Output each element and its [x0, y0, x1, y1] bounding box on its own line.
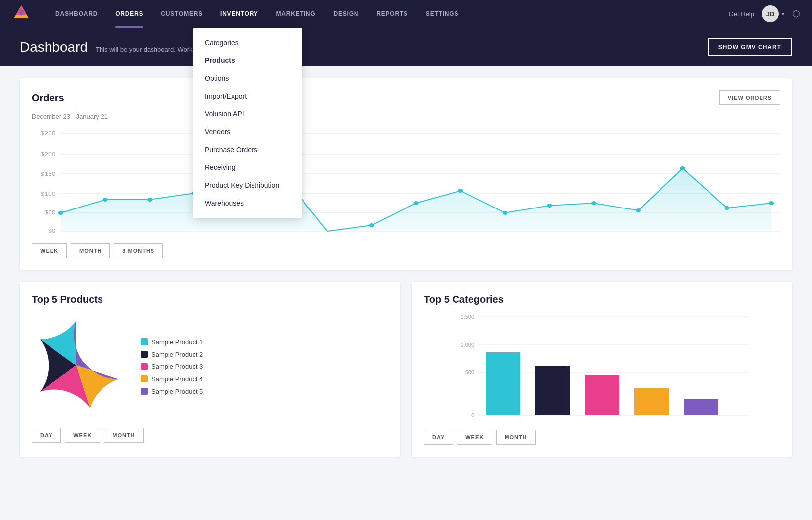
svg-point-30 — [680, 166, 685, 170]
products-week-button[interactable]: WEEK — [65, 428, 100, 443]
categories-month-button[interactable]: MONTH — [496, 430, 535, 445]
svg-point-31 — [724, 206, 729, 210]
svg-text:$100: $100 — [40, 191, 55, 197]
products-month-button[interactable]: MONTH — [104, 428, 143, 443]
orders-card-header: Orders VIEW ORDERS — [32, 90, 780, 105]
dropdown-item-vendors[interactable]: Vendors — [193, 123, 302, 141]
legend-color-1 — [141, 338, 148, 345]
categories-week-button[interactable]: WEEK — [457, 430, 492, 445]
svg-point-26 — [503, 211, 508, 215]
legend-item-4: Sample Product 4 — [141, 375, 203, 383]
legend-item-3: Sample Product 3 — [141, 363, 203, 370]
pie-section: Sample Product 1 Sample Product 2 Sample… — [32, 313, 388, 420]
svg-rect-44 — [634, 388, 669, 415]
dropdown-item-products[interactable]: Products — [193, 52, 302, 69]
orders-card-title: Orders — [32, 92, 64, 104]
legend-label-2: Sample Product 2 — [152, 351, 203, 358]
orders-month-button[interactable]: MONTH — [71, 243, 110, 258]
orders-line-chart: $250 $200 $150 $100 $50 $0 — [32, 126, 780, 235]
orders-time-buttons: WEEK MONTH 3 MONTHS — [32, 243, 780, 258]
legend-label-1: Sample Product 1 — [152, 338, 203, 346]
page-title: Dashboard — [20, 39, 88, 55]
svg-rect-43 — [585, 375, 619, 415]
show-gmv-chart-button[interactable]: SHOW GMV CHART — [708, 38, 792, 56]
orders-date-range: December 23 - January 21 — [32, 113, 780, 120]
top-categories-header: Top 5 Categories — [424, 294, 780, 305]
svg-text:1,000: 1,000 — [460, 342, 474, 348]
nav-item-customers[interactable]: CUSTOMERS — [152, 0, 211, 28]
avatar-button[interactable]: JD ▾ — [762, 5, 784, 22]
main-content: Dashboard This will be your dashboard. W… — [0, 28, 812, 520]
bar-chart-svg: 1,500 1,000 500 0 — [424, 313, 780, 422]
svg-text:$250: $250 — [40, 130, 55, 136]
svg-point-17 — [58, 211, 63, 215]
categories-time-buttons: DAY WEEK MONTH — [424, 430, 780, 445]
dashboard-body: Orders VIEW ORDERS December 23 - January… — [0, 66, 812, 468]
orders-card: Orders VIEW ORDERS December 23 - January… — [20, 78, 792, 270]
top-products-card: Top 5 Products — [20, 282, 400, 457]
legend-color-4 — [141, 375, 148, 382]
pie-legend: Sample Product 1 Sample Product 2 Sample… — [141, 338, 203, 395]
svg-point-25 — [458, 189, 463, 193]
logo[interactable] — [12, 3, 47, 24]
svg-text:$50: $50 — [44, 209, 55, 215]
legend-item-1: Sample Product 1 — [141, 338, 203, 346]
nav-item-orders[interactable]: ORDERS — [106, 0, 152, 28]
avatar: JD — [762, 5, 779, 22]
products-time-buttons: DAY WEEK MONTH — [32, 428, 388, 443]
inventory-dropdown: Categories Products Options Import/Expor… — [193, 28, 302, 218]
top-categories-card: Top 5 Categories 1,500 1,000 500 0 — [412, 282, 792, 457]
legend-color-2 — [141, 351, 148, 358]
svg-rect-41 — [486, 352, 520, 415]
top-products-title: Top 5 Products — [32, 294, 103, 305]
orders-week-button[interactable]: WEEK — [32, 243, 67, 258]
legend-color-5 — [141, 388, 148, 395]
legend-label-4: Sample Product 4 — [152, 375, 203, 383]
legend-label-3: Sample Product 3 — [152, 363, 203, 370]
bottom-cards: Top 5 Products — [20, 282, 792, 457]
top-products-header: Top 5 Products — [32, 294, 388, 305]
legend-color-3 — [141, 363, 148, 370]
categories-day-button[interactable]: DAY — [424, 430, 453, 445]
nav-item-reports[interactable]: REPORTS — [367, 0, 417, 28]
svg-point-24 — [413, 201, 418, 205]
svg-rect-45 — [684, 399, 718, 415]
dropdown-item-warehouses[interactable]: Warehouses — [193, 194, 302, 212]
dropdown-item-import-export[interactable]: Import/Export — [193, 87, 302, 105]
dropdown-item-categories[interactable]: Categories — [193, 34, 302, 52]
legend-item-5: Sample Product 5 — [141, 388, 203, 395]
dropdown-item-receiving[interactable]: Receiving — [193, 158, 302, 176]
top-categories-title: Top 5 Categories — [424, 294, 504, 305]
bar-chart: 1,500 1,000 500 0 — [424, 313, 780, 422]
svg-point-29 — [636, 208, 641, 212]
dropdown-item-product-key-distribution[interactable]: Product Key Distribution — [193, 176, 302, 194]
nav-item-dashboard[interactable]: DASHBOARD — [47, 0, 106, 28]
dropdown-item-volusion-api[interactable]: Volusion API — [193, 105, 302, 123]
svg-point-27 — [547, 204, 552, 208]
svg-point-28 — [591, 201, 596, 205]
svg-point-18 — [103, 198, 108, 202]
svg-point-19 — [147, 198, 152, 202]
svg-text:$200: $200 — [40, 151, 55, 157]
nav-item-settings[interactable]: SETTINGS — [417, 0, 467, 28]
nav-item-design[interactable]: DESIGN — [324, 0, 367, 28]
nav-item-inventory[interactable]: INVENTORY — [211, 0, 267, 28]
dropdown-item-options[interactable]: Options — [193, 69, 302, 87]
get-help-link[interactable]: Get Help — [729, 10, 754, 18]
nav-item-marketing[interactable]: MARKETING — [267, 0, 325, 28]
svg-marker-16 — [327, 168, 771, 231]
line-chart-svg: $250 $200 $150 $100 $50 $0 — [32, 126, 780, 235]
top-navigation: DASHBOARD ORDERS CUSTOMERS INVENTORY MAR… — [0, 0, 812, 28]
legend-item-2: Sample Product 2 — [141, 351, 203, 358]
legend-label-5: Sample Product 5 — [152, 388, 203, 395]
svg-text:500: 500 — [465, 369, 474, 375]
dropdown-item-purchase-orders[interactable]: Purchase Orders — [193, 141, 302, 158]
external-link-icon[interactable]: ⬡ — [792, 8, 800, 19]
chevron-down-icon: ▾ — [782, 11, 784, 17]
svg-rect-42 — [535, 366, 570, 415]
svg-point-32 — [769, 201, 774, 205]
view-orders-button[interactable]: VIEW ORDERS — [719, 90, 780, 105]
orders-3months-button[interactable]: 3 MONTHS — [114, 243, 163, 258]
header-bar: Dashboard This will be your dashboard. W… — [0, 28, 812, 66]
products-day-button[interactable]: DAY — [32, 428, 61, 443]
